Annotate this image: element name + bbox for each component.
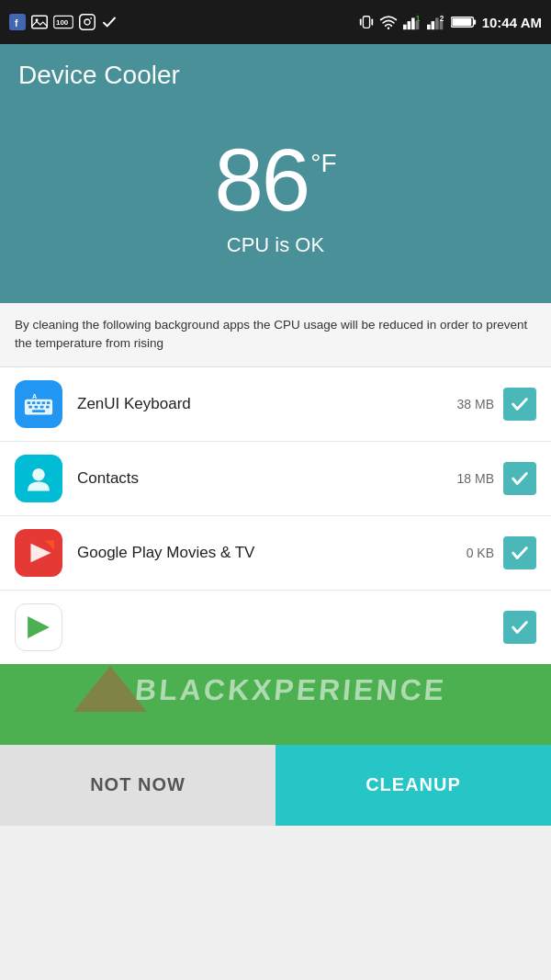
- svg-rect-19: [427, 25, 431, 29]
- play-store-svg: [23, 612, 54, 643]
- svg-text:f: f: [15, 17, 18, 28]
- svg-rect-31: [37, 401, 40, 404]
- app-icon-play: [15, 603, 62, 651]
- green-bar: [0, 664, 551, 745]
- svg-marker-41: [31, 543, 51, 561]
- checkbox-contacts[interactable]: [503, 462, 536, 495]
- movies-svg: [23, 537, 54, 569]
- app-title: Device Cooler: [18, 61, 533, 90]
- app-name-movies: Google Play Movies & TV: [77, 544, 467, 562]
- info-text: By cleaning the following background app…: [15, 316, 536, 354]
- svg-rect-9: [363, 17, 369, 28]
- svg-text:100: 100: [56, 18, 69, 27]
- svg-rect-27: [473, 19, 476, 24]
- wifi-icon: [379, 15, 398, 29]
- svg-rect-21: [435, 17, 439, 29]
- app-size-movies: 0 KB: [467, 546, 494, 560]
- svg-rect-33: [47, 401, 51, 404]
- cpu-status-text: CPU is OK: [227, 233, 324, 257]
- facebook-icon: f: [9, 14, 26, 30]
- svg-point-12: [387, 27, 389, 29]
- svg-rect-38: [32, 410, 45, 412]
- app-header: Device Cooler: [0, 44, 551, 99]
- app-name-keyboard: ZenUI Keyboard: [77, 395, 457, 413]
- checkbox-movies[interactable]: [503, 536, 536, 569]
- checkbox-keyboard[interactable]: [503, 388, 536, 421]
- svg-rect-6: [80, 15, 96, 30]
- svg-rect-20: [431, 21, 434, 29]
- app-size-contacts: 18 MB: [457, 471, 494, 486]
- svg-rect-37: [46, 405, 50, 408]
- temperature-value: 86: [214, 136, 309, 224]
- svg-text:A: A: [32, 392, 37, 400]
- info-banner: By cleaning the following background app…: [0, 303, 551, 367]
- temperature-display: 86 °F: [214, 136, 336, 224]
- keyboard-svg: A: [24, 391, 53, 417]
- svg-rect-2: [32, 16, 48, 28]
- contacts-svg: [23, 463, 54, 494]
- svg-text:1: 1: [415, 15, 420, 23]
- app-icon-keyboard: A: [15, 380, 62, 428]
- checkbox-partial[interactable]: [503, 611, 536, 644]
- vibrate-icon: [359, 14, 374, 30]
- svg-point-8: [90, 17, 92, 19]
- status-icons-right: 1 2 10:44 AM: [359, 14, 542, 30]
- svg-rect-36: [40, 405, 44, 408]
- battery-icon: [451, 15, 477, 29]
- instagram-icon: [79, 14, 96, 30]
- app-name-contacts: Contacts: [77, 469, 457, 488]
- signal2-icon: 2: [427, 14, 445, 30]
- svg-rect-15: [411, 17, 415, 29]
- cleanup-button[interactable]: CLEANUP: [276, 745, 551, 826]
- svg-rect-34: [28, 405, 32, 408]
- temperature-section: 86 °F CPU is OK: [0, 99, 551, 303]
- svg-rect-14: [407, 21, 410, 29]
- svg-rect-32: [42, 401, 46, 404]
- status-bar: f 100: [0, 0, 551, 44]
- app-icon-movies: [15, 529, 62, 577]
- svg-rect-26: [452, 18, 471, 26]
- svg-rect-29: [28, 401, 31, 404]
- svg-rect-35: [35, 405, 39, 408]
- checkmark-icon: [101, 14, 118, 30]
- app-size-keyboard: 38 MB: [457, 397, 494, 411]
- status-time: 10:44 AM: [482, 15, 542, 30]
- not-now-button[interactable]: NOT NOW: [0, 745, 276, 826]
- app-icon-contacts: [15, 455, 62, 502]
- temperature-unit: °F: [310, 149, 336, 178]
- svg-rect-13: [403, 25, 407, 29]
- app-item-contacts: Contacts 18 MB: [0, 442, 551, 516]
- svg-marker-42: [45, 540, 54, 549]
- svg-point-7: [84, 19, 90, 25]
- svg-text:2: 2: [439, 15, 444, 23]
- app-item-keyboard: A ZenUI Keyboard 38 MB: [0, 367, 551, 442]
- svg-marker-43: [28, 616, 50, 638]
- app-item-movies: Google Play Movies & TV 0 KB: [0, 516, 551, 591]
- score-icon: 100: [53, 14, 73, 30]
- app-list: A ZenUI Keyboard 38 MB Contacts 18 MB: [0, 367, 551, 664]
- app-item-partial: [0, 591, 551, 664]
- svg-point-40: [32, 467, 45, 480]
- svg-rect-30: [32, 401, 36, 404]
- gallery-icon: [31, 14, 48, 30]
- bottom-buttons: NOT NOW CLEANUP: [0, 745, 551, 826]
- signal1-icon: 1: [403, 14, 422, 30]
- status-icons-left: f 100: [9, 14, 118, 30]
